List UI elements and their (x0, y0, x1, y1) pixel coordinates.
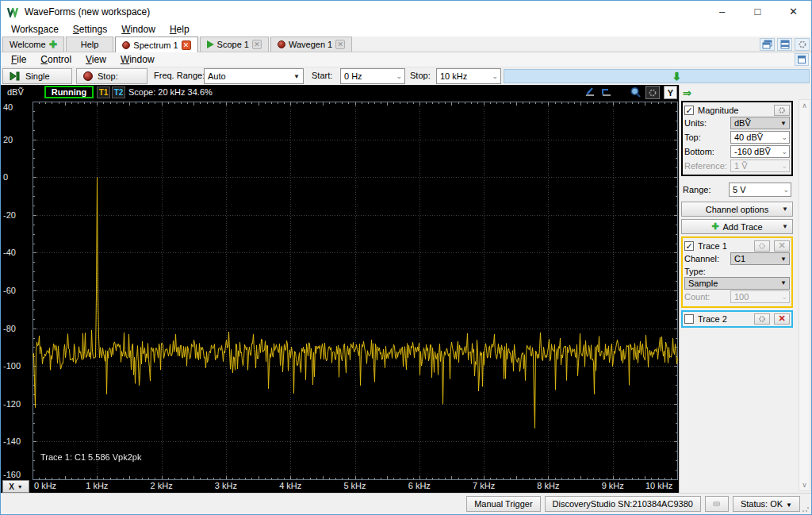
x-tick-label: 0 kHz (34, 481, 56, 490)
trace2-checkbox[interactable] (684, 314, 694, 324)
channel-options-button[interactable]: Channel options ▼ (681, 202, 793, 217)
instrument-menu-view[interactable]: View (79, 53, 113, 66)
detach-window-icon[interactable] (795, 53, 809, 66)
channel-config-panel: ⇒ ✓ Magnitude Units: dBṼ ▼ (679, 85, 811, 493)
waveforms-window: WaveForms (new workspace) – □ ✕ Workspac… (0, 0, 812, 515)
scroll-down-icon[interactable]: ∨ (799, 479, 810, 490)
close-tab-icon[interactable]: ✕ (182, 40, 191, 50)
x-cursors-icon[interactable] (583, 86, 597, 99)
panel-scrollbar[interactable]: ∧ ∨ (799, 99, 810, 491)
freq-range-select[interactable]: Auto ▼ (204, 68, 304, 84)
add-workspace-icon: ✚ (49, 39, 57, 50)
close-tab-icon[interactable]: ✕ (335, 40, 345, 49)
bottom-input[interactable]: -160 dBṼ ⌄ (730, 145, 790, 158)
combo-chevron-icon: ⌄ (781, 293, 787, 301)
close-button[interactable]: ✕ (776, 1, 811, 22)
spectrum-toolbar: Single Stop: Freq. Range: Auto ▼ Start: … (1, 67, 811, 85)
trace1-delete-icon: ✕ (774, 240, 790, 252)
tab-label: Help (81, 40, 99, 49)
magnitude-checkbox[interactable]: ✓ (684, 106, 694, 115)
y-cursors-icon[interactable] (599, 86, 614, 99)
magnitude-group: ✓ Magnitude Units: dBṼ ▼ Top: (681, 101, 793, 176)
add-trace-button[interactable]: ✚ Add Trace ▼ (681, 219, 793, 234)
single-button-label: Single (25, 71, 50, 81)
device-button[interactable]: DiscoveryStudio SN:210384AC9380 (545, 496, 701, 512)
plot-options-gear-icon[interactable] (645, 86, 660, 99)
menu-window[interactable]: Window (114, 23, 163, 36)
manual-trigger-label: Manual Trigger (474, 499, 532, 509)
dropdown-arrow-icon: ▼ (293, 73, 300, 80)
menu-workspace[interactable]: Workspace (4, 23, 66, 36)
instrument-menu-file[interactable]: File (4, 53, 33, 66)
tab-spectrum-1[interactable]: Spectrum 1 ✕ (115, 37, 197, 52)
x-tick-label: 4 kHz (279, 481, 301, 490)
title-bar[interactable]: WaveForms (new workspace) – □ ✕ (1, 1, 811, 22)
scroll-up-icon[interactable]: ∧ (799, 100, 810, 111)
zoom-icon[interactable] (628, 86, 642, 99)
freq-range-value: Auto (208, 71, 226, 81)
run-status-badge: Running (44, 86, 94, 98)
trace2-gear-icon[interactable] (754, 313, 770, 325)
tab-wavegen-1[interactable]: Wavegen 1 ✕ (270, 37, 352, 52)
tab-label: Spectrum 1 (133, 40, 178, 50)
close-tab-icon[interactable]: ✕ (252, 40, 262, 49)
x-tick-label: 6 kHz (408, 481, 431, 490)
spectrum-chart[interactable] (33, 102, 678, 480)
y-tick-label: 20 (3, 135, 13, 144)
channel-options-label: Channel options (706, 205, 769, 214)
top-input[interactable]: 40 dBṼ ⌄ (730, 131, 790, 144)
trace1-type-select[interactable]: Sample ▼ (684, 277, 790, 290)
tile-windows-icon[interactable] (777, 38, 792, 51)
range-select[interactable]: 5 V ⌄ (729, 183, 791, 197)
dropdown-arrow-icon: ▼ (780, 279, 787, 286)
menu-settings[interactable]: Settings (66, 23, 114, 36)
stop-frequency-input[interactable]: 10 kHz ⌄ (436, 68, 501, 84)
magnitude-gear-icon[interactable] (774, 105, 790, 116)
y-tick-label: -100 (3, 361, 21, 371)
trace2-group: Trace 2 ✕ (681, 310, 793, 328)
tab-bar: Welcome ✚ Help Spectrum 1 ✕ Scope 1 ✕ Wa… (1, 37, 811, 52)
trace1-channel-select[interactable]: C1 ▼ (730, 252, 790, 265)
scope-status-text: Scope: 20 kHz 34.6% (128, 87, 213, 97)
plot-header: dBṼ Running T1 T2 Scope: 20 kHz 34.6% Y (1, 85, 679, 101)
cascade-windows-icon[interactable] (760, 38, 775, 51)
instrument-menu-window[interactable]: Window (113, 53, 162, 66)
trace2-delete-icon[interactable]: ✕ (774, 313, 790, 325)
combo-chevron-icon: ⌄ (781, 133, 787, 141)
tab-help[interactable]: Help (66, 37, 114, 52)
reference-value: 1 Ṽ (734, 161, 748, 171)
menu-help[interactable]: Help (163, 23, 197, 36)
instrument-menu-control[interactable]: Control (33, 53, 79, 66)
status-label: Status: OK (741, 499, 783, 509)
trigger2-badge[interactable]: T2 (112, 86, 125, 98)
reference-input: 1 Ṽ ⌄ (730, 159, 790, 172)
waveforms-logo-icon (7, 6, 20, 17)
tab-options-gear-icon[interactable] (795, 38, 810, 51)
trigger1-badge[interactable]: T1 (97, 86, 110, 98)
start-frequency-input[interactable]: 0 Hz ⌄ (340, 68, 405, 84)
collapse-panel-arrow-icon[interactable]: ⇒ (683, 87, 691, 99)
tab-welcome[interactable]: Welcome ✚ (2, 37, 64, 52)
minimize-button[interactable]: – (704, 1, 740, 22)
units-select[interactable]: dBṼ ▼ (730, 117, 790, 129)
device-serial-label: DiscoveryStudio SN:210384AC9380 (553, 499, 693, 509)
trace1-checkbox[interactable]: ✓ (684, 241, 694, 251)
combo-chevron-icon: ⌄ (781, 148, 787, 156)
status-button[interactable]: Status: OK ▼ (733, 496, 800, 512)
stop-button[interactable]: Stop: (76, 68, 147, 84)
single-button[interactable]: Single (2, 68, 72, 84)
device-manager-icon[interactable] (705, 496, 729, 512)
manual-trigger-button[interactable]: Manual Trigger (466, 496, 540, 512)
combo-chevron-icon: ⌄ (783, 186, 789, 194)
tab-scope-1[interactable]: Scope 1 ✕ (200, 37, 269, 52)
x-axis-options-button[interactable]: X ▼ (2, 480, 29, 493)
bottom-value: -160 dBṼ (734, 147, 771, 156)
x-tick-label: 1 kHz (86, 481, 108, 490)
trace1-gear-icon[interactable] (754, 240, 770, 252)
maximize-button[interactable]: □ (740, 1, 776, 22)
resize-grip[interactable] (802, 505, 810, 513)
dropdown-arrow-icon: ▼ (17, 484, 23, 490)
y-axis-options-button[interactable]: Y (664, 86, 677, 99)
x-tick-label: 5 kHz (343, 481, 366, 490)
y-tick-label: 40 (3, 102, 13, 112)
